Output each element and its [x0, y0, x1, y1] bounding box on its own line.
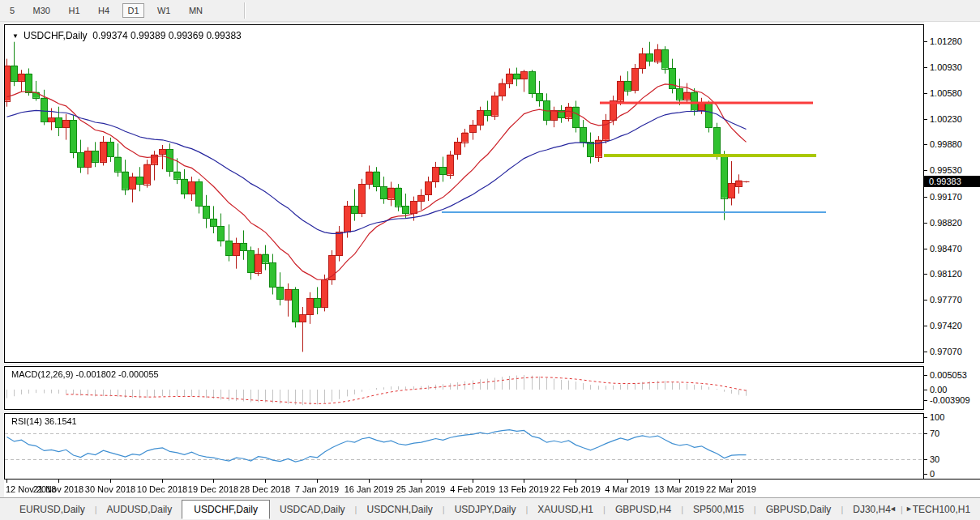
macd-label: MACD(12,26,9) -0.001802 -0.000055: [11, 369, 159, 379]
price-axis-label: 1.00580: [924, 88, 980, 99]
timeframe-button-h1[interactable]: H1: [63, 3, 84, 18]
tab-usdjpy-daily[interactable]: USDJPY,Daily: [445, 501, 526, 518]
price-axis-label: 0.97420: [924, 321, 980, 331]
price-axis-label: 0.98120: [924, 269, 980, 279]
macd-pane: MACD(12,26,9) -0.001802 -0.000055: [4, 366, 924, 410]
date-label: 13 Mar 2019: [654, 484, 704, 494]
date-label: 13 Feb 2019: [499, 484, 549, 494]
tab-usdcnh-daily[interactable]: USDCNH,Daily: [357, 501, 442, 518]
chart-symbol-label: USDCHF,Daily: [24, 30, 88, 41]
price-axis-label: 1.01280: [924, 36, 980, 47]
tabs-scroll-right-icon[interactable]: ►: [905, 505, 913, 513]
date-label: 16 Jan 2019: [344, 484, 394, 494]
rsi-axis-label: 30: [924, 454, 980, 465]
chart-dropdown-icon[interactable]: ▼: [12, 32, 19, 40]
tab-audusd-daily[interactable]: AUDUSD,Daily: [97, 501, 182, 518]
date-tick: [317, 480, 318, 483]
macd-axis-label: 0.00: [924, 385, 980, 395]
date-tick: [473, 480, 473, 483]
rsi-pane: RSI(14) 36.1541: [4, 413, 924, 479]
date-tick: [421, 480, 422, 483]
date-tick: [58, 480, 59, 483]
tabs-scroll-left-icon[interactable]: ◄: [889, 505, 897, 513]
date-tick: [162, 480, 163, 483]
timeframe-button-d1[interactable]: D1: [122, 3, 143, 18]
date-tick: [524, 480, 524, 483]
date-tick: [679, 480, 680, 483]
timeframe-button-w1[interactable]: W1: [152, 3, 176, 18]
date-tick: [265, 480, 266, 483]
toolbar-separator: [244, 2, 246, 19]
date-label: 21 Nov 2018: [33, 484, 83, 494]
price-axis-label: 1.00230: [924, 114, 980, 125]
date-label: 4 Feb 2019: [450, 484, 495, 494]
date-tick: [731, 480, 732, 483]
current-price-label: 0.99383: [924, 176, 980, 187]
rsi-label: RSI(14) 36.1541: [11, 416, 77, 426]
tab-sp500-m15[interactable]: SP500,M15: [683, 501, 754, 518]
date-tick: [110, 480, 111, 483]
tab-gbpusd-h4[interactable]: GBPUSD,H4: [606, 501, 681, 518]
macd-values: -0.001802 -0.000055: [75, 369, 158, 379]
price-axis-label: 0.98470: [924, 244, 980, 254]
date-label: 25 Jan 2019: [396, 484, 446, 494]
rsi-canvas[interactable]: [5, 414, 923, 479]
date-tick: [369, 480, 370, 483]
time-axis[interactable]: 12 Nov 201821 Nov 201830 Nov 201810 Dec …: [4, 479, 980, 497]
timeframe-button-mn[interactable]: MN: [184, 3, 208, 18]
timeframe-button-h4[interactable]: H4: [93, 3, 114, 18]
date-tick: [576, 480, 576, 483]
price-axis-label: 0.98820: [924, 218, 980, 228]
chart-ohlc-values: 0.99374 0.99389 0.99369 0.99383: [92, 30, 242, 41]
main-price-pane: ▼USDCHF,Daily 0.99374 0.99389 0.99369 0.…: [4, 24, 924, 363]
tab-usdchf-daily[interactable]: USDCHF,Daily: [182, 500, 270, 519]
rsi-axis-label: 70: [924, 428, 980, 439]
date-tick: [627, 480, 628, 483]
rsi-axis-label: 0: [924, 469, 980, 480]
price-axis-label: 0.99170: [924, 192, 980, 202]
price-chart-canvas[interactable]: [5, 25, 923, 362]
date-label: 22 Feb 2019: [550, 484, 601, 494]
date-label: 22 Mar 2019: [706, 484, 756, 494]
rsi-value: 36.1541: [45, 416, 77, 426]
date-tick: [213, 480, 214, 483]
price-axis-label: 1.00930: [924, 62, 980, 73]
price-axis-label: 0.97770: [924, 295, 980, 305]
chart-title: ▼USDCHF,Daily 0.99374 0.99389 0.99369 0.…: [12, 30, 242, 41]
date-label: 19 Dec 2018: [188, 484, 238, 494]
tabs-bar: EURUSD,Daily|AUDUSD,DailyUSDCHF,DailyUSD…: [0, 497, 980, 520]
tab-gbpusd-daily[interactable]: GBPUSD,Daily: [756, 501, 841, 518]
tab-tech100-h1[interactable]: TECH100,H1: [903, 501, 980, 518]
timeframe-button-m5[interactable]: 5: [5, 3, 19, 18]
date-label: 7 Jan 2019: [295, 484, 339, 494]
timeframe-toolbar: 5 M30 H1 H4 D1 W1 MN: [0, 0, 980, 22]
macd-axis-label: 0.005053: [924, 370, 980, 381]
price-axis[interactable]: 1.012801.009301.005801.002300.998800.995…: [924, 22, 980, 497]
tab-usdcad-daily[interactable]: USDCAD,Daily: [270, 501, 355, 518]
rsi-axis-label: 100: [924, 412, 980, 423]
price-axis-label: 0.97070: [924, 347, 980, 357]
date-label: 4 Mar 2019: [605, 484, 650, 494]
price-axis-label: 0.99880: [924, 139, 980, 150]
date-label: 30 Nov 2018: [85, 484, 135, 494]
macd-axis-label: -0.003909: [924, 395, 980, 406]
date-label: 10 Dec 2018: [137, 484, 187, 494]
timeframe-button-m30[interactable]: M30: [28, 3, 55, 18]
tab-xauusd-h1[interactable]: XAUUSD,H1: [528, 501, 603, 518]
date-tick: [6, 480, 7, 483]
price-axis-label: 0.99530: [924, 165, 980, 176]
tab-eurusd-daily[interactable]: EURUSD,Daily: [10, 501, 95, 518]
tabs-list: EURUSD,Daily|AUDUSD,DailyUSDCHF,DailyUSD…: [10, 498, 980, 520]
date-label: 28 Dec 2018: [240, 484, 290, 494]
